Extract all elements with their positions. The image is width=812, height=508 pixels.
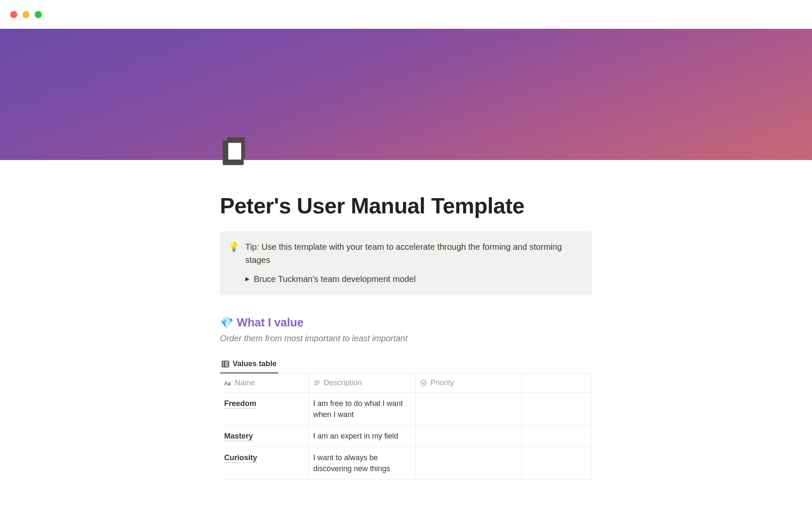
table-cell-description[interactable]: I am an expert in my field [309, 425, 415, 447]
tab-values-table[interactable]: Values table [220, 356, 278, 373]
column-header-priority[interactable]: Priority [415, 373, 522, 393]
table-row[interactable]: Mastery I am an expert in my field [220, 425, 592, 447]
callout-toggle[interactable]: ▶ Bruce Tuckman's team development model [245, 273, 582, 286]
lightbulb-icon: 💡 [228, 240, 239, 286]
column-header-description[interactable]: Description [309, 373, 415, 393]
section-heading-what-i-value[interactable]: 💎 What I value [220, 316, 592, 329]
table-cell-empty[interactable] [522, 393, 592, 425]
tip-callout[interactable]: 💡 Tip: Use this template with your team … [220, 231, 592, 295]
page-icon[interactable] [220, 135, 250, 165]
window-zoom-button[interactable] [35, 11, 42, 18]
svg-point-14 [421, 380, 426, 386]
table-row[interactable]: Freedom I am free to do what I want when… [220, 393, 592, 425]
table-cell-description[interactable]: I want to always be discovering new thin… [309, 447, 415, 480]
column-header-name[interactable]: Aa Name [220, 373, 309, 393]
callout-body: Tip: Use this template with your team to… [245, 240, 582, 286]
table-cell-priority[interactable] [415, 393, 522, 425]
gem-icon: 💎 [220, 316, 233, 329]
window-close-button[interactable] [10, 11, 17, 18]
column-header-description-label: Description [324, 378, 362, 387]
table-cell-description[interactable]: I am free to do what I want when I want [309, 393, 415, 425]
window-chrome [0, 0, 812, 29]
database-tabs: Values table [220, 356, 592, 373]
table-icon [222, 360, 229, 368]
section-heading-text: What I value [237, 316, 304, 329]
callout-tip-text[interactable]: Tip: Use this template with your team to… [245, 240, 582, 267]
title-property-icon: Aa [224, 379, 231, 387]
section-subtitle[interactable]: Order them from most important to least … [220, 334, 592, 343]
column-header-priority-label: Priority [431, 378, 454, 387]
table-cell-empty[interactable] [522, 425, 592, 447]
table-cell-name[interactable]: Freedom [220, 393, 309, 425]
callout-toggle-label: Bruce Tuckman's team development model [254, 273, 416, 286]
svg-text:Aa: Aa [224, 380, 231, 387]
window-minimize-button[interactable] [22, 11, 30, 18]
column-header-add[interactable] [522, 373, 592, 393]
text-property-icon [313, 379, 321, 387]
svg-rect-6 [222, 361, 229, 367]
table-row[interactable]: Curiosity I want to always be discoverin… [220, 447, 592, 480]
column-header-name-label: Name [235, 378, 255, 387]
page-title[interactable]: Peter's User Manual Template [220, 160, 592, 218]
table-cell-priority[interactable] [415, 425, 522, 447]
select-property-icon [420, 379, 427, 387]
toggle-triangle-icon: ▶ [245, 275, 250, 283]
tab-label: Values table [233, 359, 277, 368]
table-cell-priority[interactable] [415, 447, 522, 480]
values-table: Aa Name Description [220, 373, 592, 480]
svg-rect-5 [225, 142, 228, 163]
table-cell-empty[interactable] [522, 447, 592, 480]
notebook-icon [220, 135, 250, 165]
page-cover[interactable] [0, 29, 812, 160]
table-cell-name[interactable]: Mastery [220, 425, 309, 447]
table-cell-name[interactable]: Curiosity [220, 447, 309, 480]
